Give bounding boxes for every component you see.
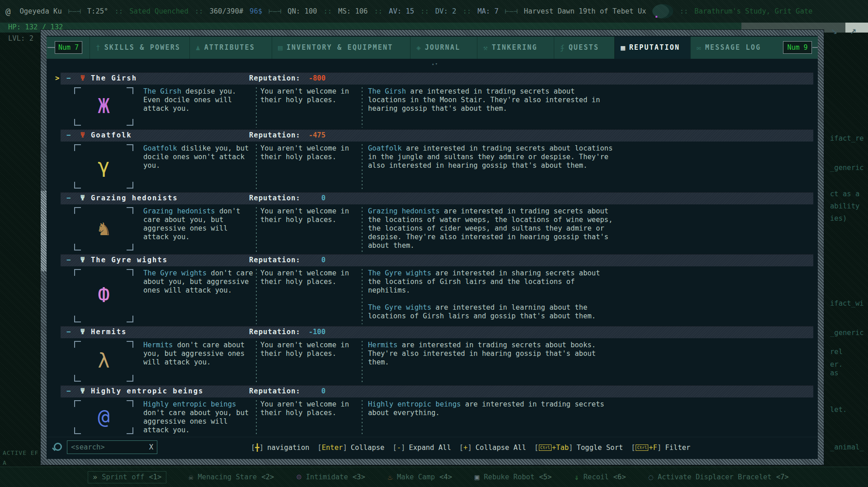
faction-standing-text: Hermits don't care about you, but aggres…	[143, 341, 255, 367]
column-divider	[256, 269, 257, 324]
faction-name: Goatfolk	[91, 129, 132, 142]
faction-sprite-frame: ♞	[74, 207, 133, 251]
faction-emblem-icon: Ψ	[80, 192, 85, 204]
ability-rebuke-robot[interactable]: ▣ Rebuke Robot <5>	[475, 473, 552, 482]
ability-intimidate[interactable]: ☹ Intimidate <3>	[297, 473, 365, 482]
chest-icon: ▤	[278, 43, 283, 52]
bracelet-icon: ◌	[648, 473, 653, 482]
tab-message-log[interactable]: ✉ MESSAGE LOG	[690, 37, 797, 59]
faction-holy-place-text: You aren't welcome in their holy places.	[260, 144, 351, 161]
faction-sprite-icon: @	[74, 407, 133, 427]
column-divider	[256, 400, 257, 436]
stairs-down-icon: ↘	[831, 26, 844, 35]
tab-skills-powers[interactable]: † SKILLS & POWERS	[90, 37, 189, 59]
separator-colon: ::	[420, 7, 429, 16]
faction-header-row[interactable]: − Ψ Hermits Reputation: -100	[61, 326, 813, 338]
background-text-fragment: er.	[830, 360, 843, 369]
faction-header-row[interactable]: − Ψ Highly entropic beings Reputation: 0	[61, 385, 813, 397]
faction-standing-text: Goatfolk dislike you, but docile ones wo…	[143, 144, 255, 170]
collapse-toggle-icon[interactable]: −	[66, 129, 71, 142]
ability-activate-displacer-bracelet[interactable]: ◌ Activate Displacer Bracelet <7>	[648, 473, 788, 482]
selection-cursor-icon: >	[55, 72, 59, 85]
faction-interests-text: The Girsh are interested in trading secr…	[368, 87, 614, 113]
column-divider	[256, 207, 257, 252]
separator-colon: ::	[323, 7, 332, 16]
stat-ms: MS: 106	[338, 7, 368, 16]
scrollbar-thumb[interactable]	[41, 191, 47, 271]
faction-sprite-frame: λ	[74, 341, 133, 382]
column-divider	[362, 144, 363, 190]
menacing-stare-icon: ☠	[189, 473, 193, 482]
faction-standing-text: The Gyre wights don't care about you, bu…	[143, 269, 255, 295]
faction-interests-text: Grazing hedonists are interested in trad…	[368, 207, 614, 250]
faction-name: Hermits	[91, 326, 127, 338]
faction-sprite-icon: Ж	[74, 96, 133, 116]
recoil-icon: ⇓	[574, 473, 579, 482]
faction-header-row[interactable]: − Ψ Goatfolk Reputation: -475	[61, 129, 813, 142]
frame-connector	[47, 47, 55, 48]
faction-emblem-icon: Ψ	[80, 72, 85, 85]
scroll-indicator-icon[interactable]: ▴▾	[432, 60, 439, 68]
stat-dv: DV: 2	[435, 7, 457, 16]
faction-emblem-icon: Ψ	[80, 254, 85, 266]
column-divider	[256, 87, 257, 128]
background-text-fragment: as	[830, 369, 839, 378]
faction-header-row[interactable]: − Ψ Grazing hedonists Reputation: 0	[61, 192, 813, 204]
faction-holy-place-text: You aren't welcome in their holy places.	[260, 269, 351, 286]
tab-reputation[interactable]: ▦ REPUTATION	[614, 37, 690, 59]
moon-phase-icon	[652, 4, 673, 19]
faction-sprite-icon: Ф	[74, 285, 133, 305]
tab-attributes[interactable]: ♟ ATTRIBUTES	[189, 37, 272, 59]
scroll-icon: ▦	[621, 43, 625, 52]
tab-journal[interactable]: ◈ JOURNAL	[410, 37, 477, 59]
hotkey-help-bar: [╋]navigation[Enter]Collapse[-]Expand Al…	[251, 437, 690, 458]
column-divider	[362, 207, 363, 252]
collapse-toggle-icon[interactable]: −	[66, 72, 71, 85]
reputation-value: -800	[289, 72, 326, 85]
background-text-fragment: let.	[830, 406, 847, 414]
faction-name: Highly entropic beings	[91, 385, 203, 397]
separator-colon: ::	[114, 7, 123, 16]
prev-tab-hotkey[interactable]: Num 7	[55, 41, 82, 54]
person-icon: ♟	[196, 43, 200, 52]
tab-quests[interactable]: ʄ QUESTS	[554, 37, 614, 59]
game-date: Harvest Dawn 19th of Tebet Ux	[524, 7, 646, 16]
collapse-toggle-icon[interactable]: −	[66, 385, 71, 397]
faction-header-row[interactable]: > − Ψ The Girsh Reputation: -800	[61, 72, 813, 85]
stat-av: AV: 15	[389, 7, 414, 16]
faction-sprite-icon: ♞	[74, 218, 133, 238]
faction-sprite-icon: λ	[74, 351, 133, 371]
active-effects-fragment: A	[3, 459, 7, 467]
column-divider	[256, 341, 257, 383]
search-input[interactable]: <search> X	[67, 440, 157, 454]
tab-tinkering[interactable]: ⚒ TINKERING	[477, 37, 554, 59]
faction-sprite-frame: @	[74, 400, 133, 434]
ctrl-key-icon: Ctrl	[636, 444, 648, 451]
collapse-toggle-icon[interactable]: −	[66, 192, 71, 204]
background-text-fragment: ifact_re	[830, 134, 864, 143]
faction-sprite-frame: Ф	[74, 269, 133, 322]
envelope-icon: ✉	[697, 43, 701, 52]
faction-list: ▴▾ > − Ψ The Girsh Reputation: -800 Ж Th…	[47, 59, 818, 437]
faction-name: The Gyre wights	[91, 254, 168, 266]
background-text-fragment: ies)	[830, 214, 847, 223]
ability-sprint[interactable]: » Sprint off <1>	[88, 472, 166, 483]
ability-menacing-stare[interactable]: ☠ Menacing Stare <2>	[189, 473, 274, 482]
money-count: 96$	[250, 7, 262, 16]
reputation-value: 0	[289, 254, 326, 266]
search-clear-button[interactable]: X	[149, 443, 153, 452]
collapse-toggle-icon[interactable]: −	[66, 254, 71, 266]
column-divider	[256, 144, 257, 190]
ability-make-camp[interactable]: ♨ Make Camp <4>	[388, 473, 452, 482]
tab-inventory-equipment[interactable]: ▤ INVENTORY & EQUIPMENT	[272, 37, 410, 59]
book-icon: ◈	[416, 43, 421, 52]
reputation-value: 0	[289, 192, 326, 204]
collapse-toggle-icon[interactable]: −	[66, 326, 71, 338]
game-screen: @ Ogeyeda Ku ⊢—⊣ T:25° :: Sated Quenched…	[0, 0, 868, 487]
background-text-fragment: ability	[830, 202, 859, 211]
ability-recoil[interactable]: ⇓ Recoil <6>	[574, 473, 626, 482]
next-tab-hotkey[interactable]: Num 9	[783, 41, 812, 54]
faction-header-row[interactable]: − Ψ The Gyre wights Reputation: 0	[61, 254, 813, 266]
stat-ma: MA: 7	[477, 7, 499, 16]
reputation-value: -475	[289, 129, 326, 142]
